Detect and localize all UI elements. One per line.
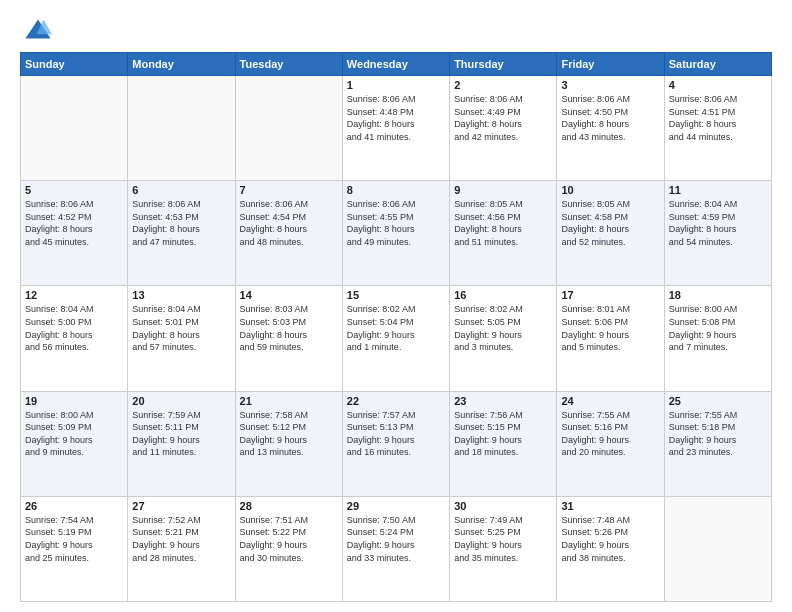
day-info: Sunrise: 8:03 AM Sunset: 5:03 PM Dayligh… (240, 303, 338, 353)
calendar-cell: 6Sunrise: 8:06 AM Sunset: 4:53 PM Daylig… (128, 181, 235, 286)
day-number: 20 (132, 395, 230, 407)
day-info: Sunrise: 8:05 AM Sunset: 4:56 PM Dayligh… (454, 198, 552, 248)
day-info: Sunrise: 7:49 AM Sunset: 5:25 PM Dayligh… (454, 514, 552, 564)
calendar-cell (235, 76, 342, 181)
header (20, 16, 772, 44)
day-number: 8 (347, 184, 445, 196)
day-number: 7 (240, 184, 338, 196)
day-number: 16 (454, 289, 552, 301)
calendar-cell: 5Sunrise: 8:06 AM Sunset: 4:52 PM Daylig… (21, 181, 128, 286)
weekday-header: Friday (557, 53, 664, 76)
calendar-cell: 9Sunrise: 8:05 AM Sunset: 4:56 PM Daylig… (450, 181, 557, 286)
weekday-header: Saturday (664, 53, 771, 76)
day-number: 25 (669, 395, 767, 407)
day-number: 3 (561, 79, 659, 91)
calendar-body: 1Sunrise: 8:06 AM Sunset: 4:48 PM Daylig… (21, 76, 772, 602)
day-info: Sunrise: 8:06 AM Sunset: 4:51 PM Dayligh… (669, 93, 767, 143)
day-info: Sunrise: 7:55 AM Sunset: 5:18 PM Dayligh… (669, 409, 767, 459)
day-number: 4 (669, 79, 767, 91)
calendar-header: SundayMondayTuesdayWednesdayThursdayFrid… (21, 53, 772, 76)
calendar-cell: 15Sunrise: 8:02 AM Sunset: 5:04 PM Dayli… (342, 286, 449, 391)
day-number: 5 (25, 184, 123, 196)
calendar-cell: 1Sunrise: 8:06 AM Sunset: 4:48 PM Daylig… (342, 76, 449, 181)
day-info: Sunrise: 7:48 AM Sunset: 5:26 PM Dayligh… (561, 514, 659, 564)
day-info: Sunrise: 8:02 AM Sunset: 5:04 PM Dayligh… (347, 303, 445, 353)
day-info: Sunrise: 8:06 AM Sunset: 4:55 PM Dayligh… (347, 198, 445, 248)
calendar-cell: 10Sunrise: 8:05 AM Sunset: 4:58 PM Dayli… (557, 181, 664, 286)
day-number: 30 (454, 500, 552, 512)
calendar-cell: 12Sunrise: 8:04 AM Sunset: 5:00 PM Dayli… (21, 286, 128, 391)
weekday-header: Thursday (450, 53, 557, 76)
calendar-cell: 2Sunrise: 8:06 AM Sunset: 4:49 PM Daylig… (450, 76, 557, 181)
calendar-cell: 27Sunrise: 7:52 AM Sunset: 5:21 PM Dayli… (128, 496, 235, 601)
day-info: Sunrise: 8:04 AM Sunset: 4:59 PM Dayligh… (669, 198, 767, 248)
calendar-cell: 17Sunrise: 8:01 AM Sunset: 5:06 PM Dayli… (557, 286, 664, 391)
calendar-cell: 14Sunrise: 8:03 AM Sunset: 5:03 PM Dayli… (235, 286, 342, 391)
calendar-cell (21, 76, 128, 181)
day-number: 2 (454, 79, 552, 91)
calendar-cell: 13Sunrise: 8:04 AM Sunset: 5:01 PM Dayli… (128, 286, 235, 391)
calendar-cell: 28Sunrise: 7:51 AM Sunset: 5:22 PM Dayli… (235, 496, 342, 601)
calendar-week: 19Sunrise: 8:00 AM Sunset: 5:09 PM Dayli… (21, 391, 772, 496)
calendar-cell: 18Sunrise: 8:00 AM Sunset: 5:08 PM Dayli… (664, 286, 771, 391)
day-number: 24 (561, 395, 659, 407)
calendar-cell: 29Sunrise: 7:50 AM Sunset: 5:24 PM Dayli… (342, 496, 449, 601)
calendar-week: 1Sunrise: 8:06 AM Sunset: 4:48 PM Daylig… (21, 76, 772, 181)
weekday-header: Sunday (21, 53, 128, 76)
calendar-cell: 7Sunrise: 8:06 AM Sunset: 4:54 PM Daylig… (235, 181, 342, 286)
calendar-cell: 23Sunrise: 7:56 AM Sunset: 5:15 PM Dayli… (450, 391, 557, 496)
day-number: 9 (454, 184, 552, 196)
weekday-header: Wednesday (342, 53, 449, 76)
weekday-header: Monday (128, 53, 235, 76)
day-info: Sunrise: 8:01 AM Sunset: 5:06 PM Dayligh… (561, 303, 659, 353)
day-number: 17 (561, 289, 659, 301)
day-info: Sunrise: 8:00 AM Sunset: 5:08 PM Dayligh… (669, 303, 767, 353)
day-info: Sunrise: 7:51 AM Sunset: 5:22 PM Dayligh… (240, 514, 338, 564)
day-info: Sunrise: 8:05 AM Sunset: 4:58 PM Dayligh… (561, 198, 659, 248)
day-number: 10 (561, 184, 659, 196)
day-info: Sunrise: 7:57 AM Sunset: 5:13 PM Dayligh… (347, 409, 445, 459)
day-info: Sunrise: 8:04 AM Sunset: 5:01 PM Dayligh… (132, 303, 230, 353)
day-info: Sunrise: 8:04 AM Sunset: 5:00 PM Dayligh… (25, 303, 123, 353)
calendar-cell: 21Sunrise: 7:58 AM Sunset: 5:12 PM Dayli… (235, 391, 342, 496)
day-number: 31 (561, 500, 659, 512)
calendar-cell (664, 496, 771, 601)
day-info: Sunrise: 8:06 AM Sunset: 4:48 PM Dayligh… (347, 93, 445, 143)
day-info: Sunrise: 8:06 AM Sunset: 4:50 PM Dayligh… (561, 93, 659, 143)
calendar-week: 26Sunrise: 7:54 AM Sunset: 5:19 PM Dayli… (21, 496, 772, 601)
calendar-cell: 3Sunrise: 8:06 AM Sunset: 4:50 PM Daylig… (557, 76, 664, 181)
day-info: Sunrise: 7:56 AM Sunset: 5:15 PM Dayligh… (454, 409, 552, 459)
page: SundayMondayTuesdayWednesdayThursdayFrid… (0, 0, 792, 612)
calendar-cell: 19Sunrise: 8:00 AM Sunset: 5:09 PM Dayli… (21, 391, 128, 496)
day-number: 22 (347, 395, 445, 407)
calendar-cell: 31Sunrise: 7:48 AM Sunset: 5:26 PM Dayli… (557, 496, 664, 601)
day-number: 29 (347, 500, 445, 512)
calendar-cell (128, 76, 235, 181)
day-number: 1 (347, 79, 445, 91)
day-info: Sunrise: 7:58 AM Sunset: 5:12 PM Dayligh… (240, 409, 338, 459)
day-info: Sunrise: 7:55 AM Sunset: 5:16 PM Dayligh… (561, 409, 659, 459)
day-info: Sunrise: 8:02 AM Sunset: 5:05 PM Dayligh… (454, 303, 552, 353)
weekday-header: Tuesday (235, 53, 342, 76)
day-number: 18 (669, 289, 767, 301)
day-number: 19 (25, 395, 123, 407)
day-number: 23 (454, 395, 552, 407)
day-info: Sunrise: 7:59 AM Sunset: 5:11 PM Dayligh… (132, 409, 230, 459)
day-number: 26 (25, 500, 123, 512)
day-info: Sunrise: 7:50 AM Sunset: 5:24 PM Dayligh… (347, 514, 445, 564)
calendar-cell: 8Sunrise: 8:06 AM Sunset: 4:55 PM Daylig… (342, 181, 449, 286)
day-number: 11 (669, 184, 767, 196)
day-number: 6 (132, 184, 230, 196)
calendar-cell: 26Sunrise: 7:54 AM Sunset: 5:19 PM Dayli… (21, 496, 128, 601)
day-number: 13 (132, 289, 230, 301)
calendar-cell: 4Sunrise: 8:06 AM Sunset: 4:51 PM Daylig… (664, 76, 771, 181)
day-number: 28 (240, 500, 338, 512)
calendar-cell: 16Sunrise: 8:02 AM Sunset: 5:05 PM Dayli… (450, 286, 557, 391)
calendar-cell: 25Sunrise: 7:55 AM Sunset: 5:18 PM Dayli… (664, 391, 771, 496)
day-number: 21 (240, 395, 338, 407)
calendar-week: 5Sunrise: 8:06 AM Sunset: 4:52 PM Daylig… (21, 181, 772, 286)
day-info: Sunrise: 8:06 AM Sunset: 4:52 PM Dayligh… (25, 198, 123, 248)
day-info: Sunrise: 8:06 AM Sunset: 4:53 PM Dayligh… (132, 198, 230, 248)
calendar-cell: 22Sunrise: 7:57 AM Sunset: 5:13 PM Dayli… (342, 391, 449, 496)
day-info: Sunrise: 7:52 AM Sunset: 5:21 PM Dayligh… (132, 514, 230, 564)
